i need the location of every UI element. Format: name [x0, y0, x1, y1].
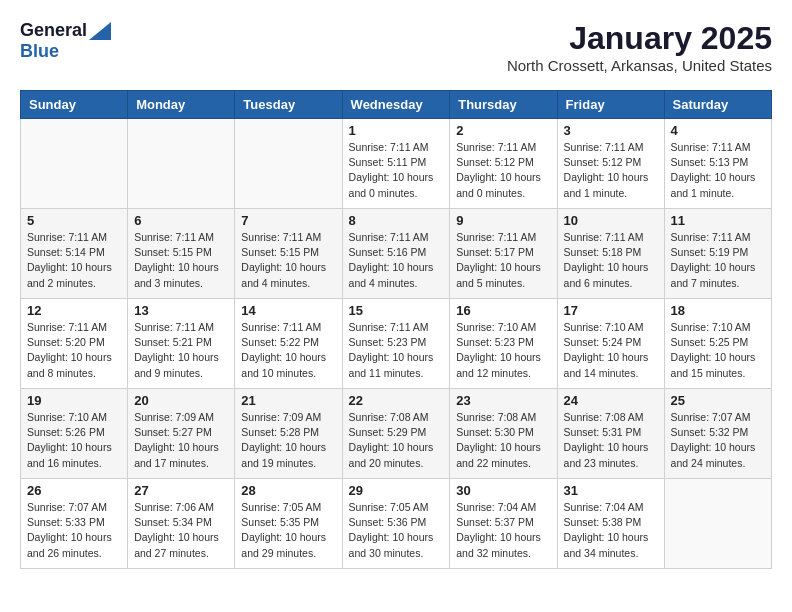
- weekday-header: Thursday: [450, 91, 557, 119]
- day-info: Sunrise: 7:07 AM Sunset: 5:32 PM Dayligh…: [671, 410, 765, 471]
- calendar-day-cell: 30Sunrise: 7:04 AM Sunset: 5:37 PM Dayli…: [450, 479, 557, 569]
- calendar-day-cell: 9Sunrise: 7:11 AM Sunset: 5:17 PM Daylig…: [450, 209, 557, 299]
- day-info: Sunrise: 7:05 AM Sunset: 5:35 PM Dayligh…: [241, 500, 335, 561]
- day-info: Sunrise: 7:11 AM Sunset: 5:12 PM Dayligh…: [564, 140, 658, 201]
- day-info: Sunrise: 7:04 AM Sunset: 5:38 PM Dayligh…: [564, 500, 658, 561]
- day-info: Sunrise: 7:10 AM Sunset: 5:26 PM Dayligh…: [27, 410, 121, 471]
- day-number: 1: [349, 123, 444, 138]
- calendar-table: SundayMondayTuesdayWednesdayThursdayFrid…: [20, 90, 772, 569]
- calendar-day-cell: 1Sunrise: 7:11 AM Sunset: 5:11 PM Daylig…: [342, 119, 450, 209]
- calendar-day-cell: 24Sunrise: 7:08 AM Sunset: 5:31 PM Dayli…: [557, 389, 664, 479]
- logo-icon: [89, 22, 111, 40]
- calendar-day-cell: 10Sunrise: 7:11 AM Sunset: 5:18 PM Dayli…: [557, 209, 664, 299]
- calendar-day-cell: 3Sunrise: 7:11 AM Sunset: 5:12 PM Daylig…: [557, 119, 664, 209]
- day-number: 2: [456, 123, 550, 138]
- month-title: January 2025: [507, 20, 772, 57]
- day-info: Sunrise: 7:11 AM Sunset: 5:13 PM Dayligh…: [671, 140, 765, 201]
- calendar-day-cell: 13Sunrise: 7:11 AM Sunset: 5:21 PM Dayli…: [128, 299, 235, 389]
- day-info: Sunrise: 7:11 AM Sunset: 5:12 PM Dayligh…: [456, 140, 550, 201]
- svg-marker-0: [89, 22, 111, 40]
- day-info: Sunrise: 7:11 AM Sunset: 5:15 PM Dayligh…: [241, 230, 335, 291]
- day-number: 7: [241, 213, 335, 228]
- day-info: Sunrise: 7:11 AM Sunset: 5:22 PM Dayligh…: [241, 320, 335, 381]
- day-number: 14: [241, 303, 335, 318]
- day-number: 8: [349, 213, 444, 228]
- day-info: Sunrise: 7:11 AM Sunset: 5:17 PM Dayligh…: [456, 230, 550, 291]
- calendar-day-cell: 2Sunrise: 7:11 AM Sunset: 5:12 PM Daylig…: [450, 119, 557, 209]
- calendar-week-row: 5Sunrise: 7:11 AM Sunset: 5:14 PM Daylig…: [21, 209, 772, 299]
- day-number: 15: [349, 303, 444, 318]
- day-number: 5: [27, 213, 121, 228]
- calendar-day-cell: 8Sunrise: 7:11 AM Sunset: 5:16 PM Daylig…: [342, 209, 450, 299]
- calendar-day-cell: 28Sunrise: 7:05 AM Sunset: 5:35 PM Dayli…: [235, 479, 342, 569]
- day-number: 18: [671, 303, 765, 318]
- calendar-day-cell: 22Sunrise: 7:08 AM Sunset: 5:29 PM Dayli…: [342, 389, 450, 479]
- calendar-day-cell: 21Sunrise: 7:09 AM Sunset: 5:28 PM Dayli…: [235, 389, 342, 479]
- day-number: 28: [241, 483, 335, 498]
- day-info: Sunrise: 7:09 AM Sunset: 5:28 PM Dayligh…: [241, 410, 335, 471]
- day-number: 16: [456, 303, 550, 318]
- page-header: General Blue January 2025 North Crossett…: [20, 20, 772, 74]
- calendar-day-cell: 6Sunrise: 7:11 AM Sunset: 5:15 PM Daylig…: [128, 209, 235, 299]
- day-info: Sunrise: 7:08 AM Sunset: 5:30 PM Dayligh…: [456, 410, 550, 471]
- weekday-header: Monday: [128, 91, 235, 119]
- calendar-day-cell: 15Sunrise: 7:11 AM Sunset: 5:23 PM Dayli…: [342, 299, 450, 389]
- calendar-day-cell: 16Sunrise: 7:10 AM Sunset: 5:23 PM Dayli…: [450, 299, 557, 389]
- day-info: Sunrise: 7:11 AM Sunset: 5:11 PM Dayligh…: [349, 140, 444, 201]
- day-info: Sunrise: 7:11 AM Sunset: 5:15 PM Dayligh…: [134, 230, 228, 291]
- calendar-day-cell: [128, 119, 235, 209]
- calendar-day-cell: 23Sunrise: 7:08 AM Sunset: 5:30 PM Dayli…: [450, 389, 557, 479]
- calendar-day-cell: 5Sunrise: 7:11 AM Sunset: 5:14 PM Daylig…: [21, 209, 128, 299]
- day-info: Sunrise: 7:05 AM Sunset: 5:36 PM Dayligh…: [349, 500, 444, 561]
- day-number: 20: [134, 393, 228, 408]
- day-number: 23: [456, 393, 550, 408]
- calendar-day-cell: 20Sunrise: 7:09 AM Sunset: 5:27 PM Dayli…: [128, 389, 235, 479]
- day-info: Sunrise: 7:10 AM Sunset: 5:23 PM Dayligh…: [456, 320, 550, 381]
- calendar-day-cell: 25Sunrise: 7:07 AM Sunset: 5:32 PM Dayli…: [664, 389, 771, 479]
- day-info: Sunrise: 7:04 AM Sunset: 5:37 PM Dayligh…: [456, 500, 550, 561]
- day-info: Sunrise: 7:10 AM Sunset: 5:25 PM Dayligh…: [671, 320, 765, 381]
- day-info: Sunrise: 7:08 AM Sunset: 5:31 PM Dayligh…: [564, 410, 658, 471]
- weekday-header: Wednesday: [342, 91, 450, 119]
- day-info: Sunrise: 7:11 AM Sunset: 5:23 PM Dayligh…: [349, 320, 444, 381]
- day-info: Sunrise: 7:08 AM Sunset: 5:29 PM Dayligh…: [349, 410, 444, 471]
- day-info: Sunrise: 7:11 AM Sunset: 5:16 PM Dayligh…: [349, 230, 444, 291]
- calendar-day-cell: 29Sunrise: 7:05 AM Sunset: 5:36 PM Dayli…: [342, 479, 450, 569]
- day-info: Sunrise: 7:09 AM Sunset: 5:27 PM Dayligh…: [134, 410, 228, 471]
- day-number: 27: [134, 483, 228, 498]
- day-info: Sunrise: 7:11 AM Sunset: 5:18 PM Dayligh…: [564, 230, 658, 291]
- day-number: 30: [456, 483, 550, 498]
- day-number: 12: [27, 303, 121, 318]
- calendar-day-cell: 19Sunrise: 7:10 AM Sunset: 5:26 PM Dayli…: [21, 389, 128, 479]
- day-number: 9: [456, 213, 550, 228]
- calendar-week-row: 1Sunrise: 7:11 AM Sunset: 5:11 PM Daylig…: [21, 119, 772, 209]
- day-number: 6: [134, 213, 228, 228]
- day-number: 17: [564, 303, 658, 318]
- day-number: 19: [27, 393, 121, 408]
- calendar-header-row: SundayMondayTuesdayWednesdayThursdayFrid…: [21, 91, 772, 119]
- day-number: 29: [349, 483, 444, 498]
- day-number: 25: [671, 393, 765, 408]
- calendar-day-cell: [21, 119, 128, 209]
- day-info: Sunrise: 7:06 AM Sunset: 5:34 PM Dayligh…: [134, 500, 228, 561]
- calendar-day-cell: [664, 479, 771, 569]
- day-number: 4: [671, 123, 765, 138]
- calendar-day-cell: 7Sunrise: 7:11 AM Sunset: 5:15 PM Daylig…: [235, 209, 342, 299]
- day-number: 26: [27, 483, 121, 498]
- logo-blue-text: Blue: [20, 41, 59, 62]
- day-info: Sunrise: 7:07 AM Sunset: 5:33 PM Dayligh…: [27, 500, 121, 561]
- calendar-day-cell: 11Sunrise: 7:11 AM Sunset: 5:19 PM Dayli…: [664, 209, 771, 299]
- day-number: 11: [671, 213, 765, 228]
- calendar-day-cell: 17Sunrise: 7:10 AM Sunset: 5:24 PM Dayli…: [557, 299, 664, 389]
- location: North Crossett, Arkansas, United States: [507, 57, 772, 74]
- day-info: Sunrise: 7:11 AM Sunset: 5:19 PM Dayligh…: [671, 230, 765, 291]
- day-number: 10: [564, 213, 658, 228]
- calendar-week-row: 26Sunrise: 7:07 AM Sunset: 5:33 PM Dayli…: [21, 479, 772, 569]
- weekday-header: Tuesday: [235, 91, 342, 119]
- calendar-week-row: 19Sunrise: 7:10 AM Sunset: 5:26 PM Dayli…: [21, 389, 772, 479]
- calendar-day-cell: 31Sunrise: 7:04 AM Sunset: 5:38 PM Dayli…: [557, 479, 664, 569]
- calendar-day-cell: 26Sunrise: 7:07 AM Sunset: 5:33 PM Dayli…: [21, 479, 128, 569]
- logo-general-text: General: [20, 20, 87, 41]
- calendar-day-cell: 27Sunrise: 7:06 AM Sunset: 5:34 PM Dayli…: [128, 479, 235, 569]
- day-number: 21: [241, 393, 335, 408]
